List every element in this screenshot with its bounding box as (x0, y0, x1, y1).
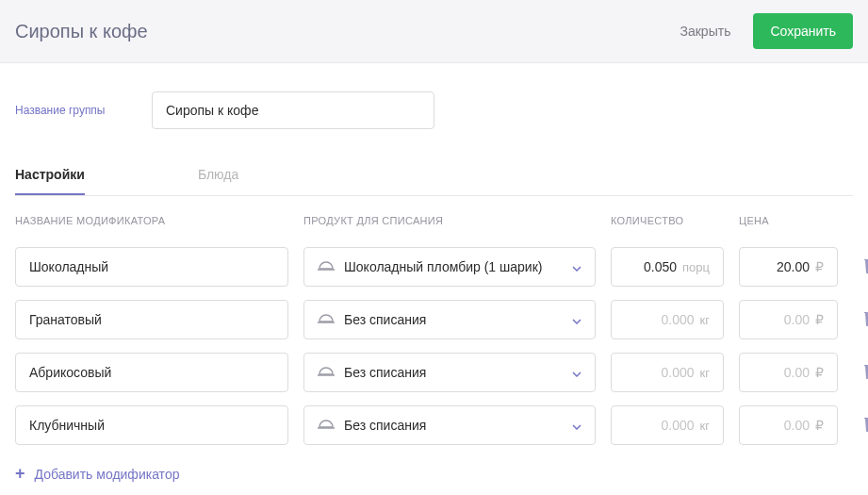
tabs: Настройки Блюда (15, 156, 853, 196)
price-input[interactable] (753, 418, 810, 433)
col-qty: КОЛИЧЕСТВО (611, 215, 724, 226)
dish-icon (318, 418, 335, 434)
group-name-row: Название группы (15, 91, 853, 129)
price-cell[interactable]: ₽ (739, 247, 838, 287)
group-name-label: Название группы (15, 104, 114, 117)
product-label: Без списания (344, 312, 426, 327)
price-cell[interactable]: ₽ (739, 300, 838, 339)
product-label: Без списания (344, 365, 426, 380)
currency-symbol: ₽ (815, 418, 824, 433)
dish-icon (318, 259, 335, 275)
trash-icon (864, 362, 868, 383)
quantity-input[interactable] (625, 312, 695, 327)
delete-row-button[interactable] (853, 415, 868, 436)
quantity-cell[interactable]: кг (611, 353, 724, 392)
modifier-row: Без списаниякг₽ (15, 405, 853, 445)
quantity-unit: кг (700, 313, 710, 327)
product-label: Без списания (344, 418, 426, 433)
quantity-unit: порц (682, 260, 710, 274)
currency-symbol: ₽ (815, 312, 824, 327)
chevron-down-icon (572, 365, 581, 380)
price-input[interactable] (753, 259, 810, 274)
plus-icon: + (15, 464, 25, 484)
modifier-name-input[interactable] (29, 312, 274, 327)
price-input[interactable] (753, 312, 810, 327)
price-cell[interactable]: ₽ (739, 353, 838, 392)
currency-symbol: ₽ (815, 365, 824, 380)
modifier-name-cell[interactable] (15, 247, 288, 287)
product-select[interactable]: Шоколадный пломбир (1 шарик) (303, 247, 596, 287)
product-label: Шоколадный пломбир (1 шарик) (344, 259, 542, 274)
col-product: ПРОДУКТ ДЛЯ СПИСАНИЯ (303, 215, 596, 226)
product-select[interactable]: Без списания (303, 353, 596, 392)
quantity-cell[interactable]: кг (611, 405, 724, 445)
price-input[interactable] (753, 365, 810, 380)
modifier-name-cell[interactable] (15, 405, 288, 445)
dish-icon (318, 365, 335, 381)
quantity-input[interactable] (625, 259, 677, 274)
trash-icon (864, 309, 868, 330)
page-header: Сиропы к кофе Закрыть Сохранить (0, 0, 868, 63)
header-actions: Закрыть Сохранить (669, 13, 854, 49)
modifier-name-input[interactable] (29, 418, 274, 433)
quantity-unit: кг (700, 366, 710, 380)
dish-icon (318, 312, 335, 328)
delete-row-button[interactable] (853, 256, 868, 277)
product-select[interactable]: Без списания (303, 300, 596, 339)
save-button[interactable]: Сохранить (753, 13, 853, 49)
modifier-row: Шоколадный пломбир (1 шарик)порц₽ (15, 247, 853, 287)
product-select[interactable]: Без списания (303, 405, 596, 445)
tab-settings[interactable]: Настройки (15, 156, 85, 195)
add-modifier-button[interactable]: + Добавить модификатор (15, 458, 853, 489)
group-name-input[interactable] (152, 91, 434, 129)
quantity-unit: кг (700, 419, 710, 433)
chevron-down-icon (572, 312, 581, 327)
table-header: НАЗВАНИЕ МОДИФИКАТОРА ПРОДУКТ ДЛЯ СПИСАН… (15, 215, 853, 238)
modifier-row: Без списаниякг₽ (15, 300, 853, 339)
quantity-cell[interactable]: порц (611, 247, 724, 287)
add-modifier-label: Добавить модификатор (35, 467, 180, 482)
quantity-cell[interactable]: кг (611, 300, 724, 339)
delete-row-button[interactable] (853, 309, 868, 330)
delete-row-button[interactable] (853, 362, 868, 383)
modifier-name-cell[interactable] (15, 300, 288, 339)
trash-icon (864, 256, 868, 277)
quantity-input[interactable] (625, 418, 695, 433)
col-price: ЦЕНА (739, 215, 838, 226)
page-title: Сиропы к кофе (15, 21, 148, 42)
rows-container: Шоколадный пломбир (1 шарик)порц₽Без спи… (15, 247, 853, 445)
price-cell[interactable]: ₽ (739, 405, 838, 445)
modifier-name-cell[interactable] (15, 353, 288, 392)
trash-icon (864, 415, 868, 436)
quantity-input[interactable] (625, 365, 695, 380)
col-name: НАЗВАНИЕ МОДИФИКАТОРА (15, 215, 288, 226)
chevron-down-icon (572, 259, 581, 274)
modifier-name-input[interactable] (29, 259, 274, 274)
modifier-name-input[interactable] (29, 365, 274, 380)
chevron-down-icon (572, 418, 581, 433)
content-area: Название группы Настройки Блюда НАЗВАНИЕ… (0, 63, 868, 495)
close-button[interactable]: Закрыть (669, 14, 743, 48)
modifier-row: Без списаниякг₽ (15, 353, 853, 392)
currency-symbol: ₽ (815, 259, 824, 274)
tab-dishes[interactable]: Блюда (198, 156, 238, 195)
